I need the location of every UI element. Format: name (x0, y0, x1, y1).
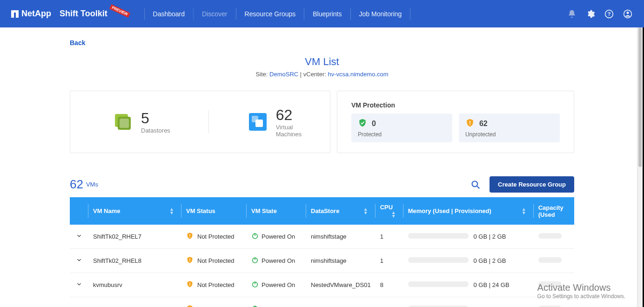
scrollbar-track[interactable] (637, 27, 643, 307)
svg-point-15 (472, 181, 478, 187)
expand-row-chevron-icon[interactable] (70, 273, 88, 297)
power-icon (251, 232, 259, 241)
protection-card: VM Protection 0 Protected (337, 91, 574, 153)
datastores-stat: 5 Datastores (103, 110, 180, 134)
power-icon (251, 305, 259, 307)
cell-vm-state: Powered On (247, 249, 306, 273)
vm-table: VM Name▲▼ VM Status VM State DataStore▲▼… (70, 197, 574, 307)
page-body: Back VM List Site: DemoSRC | vCenter: hv… (0, 27, 644, 307)
cell-datastore: NestedVMware_DS01 (306, 297, 376, 307)
svg-rect-18 (189, 237, 190, 238)
svg-rect-2 (11, 10, 19, 13)
bell-icon[interactable] (567, 9, 577, 19)
cell-datastore: nimshiftstage (306, 249, 376, 273)
cell-vm-state: Powered On (247, 273, 306, 297)
memory-bar (408, 257, 469, 263)
table-row: ConvTest_U18kvm Not Protected Powered On… (70, 297, 574, 307)
create-resource-group-button[interactable]: Create Resource Group (490, 176, 574, 193)
nav-item-discover[interactable]: Discover (193, 8, 235, 20)
sort-icon[interactable]: ▲▼ (169, 207, 174, 215)
summary-cards: 5 Datastores 62 Virtual Machines VM Prot… (70, 91, 574, 153)
app-name-label: Shift Toolkit (60, 9, 107, 19)
cell-vm-status: Not Protected (181, 297, 247, 307)
back-link[interactable]: Back (70, 39, 85, 47)
cell-memory: 0 GB | 24 GB (403, 273, 534, 297)
col-vm-state[interactable]: VM State (251, 207, 277, 214)
cell-capacity (534, 249, 574, 273)
shield-check-icon (358, 118, 367, 129)
cell-vm-name: ShiftTk02_RHEL7 (88, 225, 181, 249)
vms-label: Virtual Machines (276, 124, 307, 138)
table-row: kvmubusrv Not Protected Powered On Neste… (70, 273, 574, 297)
gear-icon[interactable] (585, 9, 596, 19)
sort-icon[interactable]: ▲▼ (391, 211, 396, 218)
protection-title: VM Protection (351, 101, 560, 109)
cell-datastore: nimshiftstage (306, 225, 376, 249)
protected-count: 0 (372, 120, 376, 128)
svg-line-16 (477, 186, 479, 188)
svg-rect-14 (470, 124, 470, 125)
vms-count: 62 (276, 107, 307, 124)
col-cpu[interactable]: CPU (380, 204, 393, 211)
power-icon (251, 256, 259, 265)
cell-vm-state: Powered On (247, 297, 306, 307)
nav-right: ? (567, 9, 633, 19)
scrollbar-thumb[interactable] (638, 27, 642, 167)
cell-capacity (534, 225, 574, 249)
svg-point-6 (627, 12, 629, 14)
memory-bar (408, 281, 469, 287)
subtitle: Site: DemoSRC | vCenter: hv-vcsa.nimdemo… (70, 71, 574, 78)
search-icon[interactable] (470, 179, 481, 190)
help-icon[interactable]: ? (604, 9, 614, 19)
shield-warn-icon (186, 305, 194, 307)
capacity-bar (538, 233, 562, 239)
protected-label: Protected (358, 131, 446, 138)
page-title: VM List (70, 56, 574, 68)
protected-box: 0 Protected (351, 113, 452, 142)
cell-cpu: 1 (376, 225, 403, 249)
cell-capacity (534, 273, 574, 297)
power-icon (251, 280, 259, 289)
col-capacity[interactable]: Capacity (Used (538, 204, 564, 218)
app-name: Shift Toolkit PREVIEW (60, 9, 130, 19)
cell-cpu: 1 (376, 249, 403, 273)
vms-stat: 62 Virtual Machines (238, 107, 316, 138)
svg-rect-21 (189, 259, 190, 261)
sort-icon[interactable]: ▲▼ (522, 207, 526, 215)
datastores-label: Datastores (141, 127, 170, 134)
cell-vm-status: Not Protected (181, 273, 247, 297)
svg-rect-9 (120, 119, 129, 128)
vm-total-label: VMs (86, 181, 98, 188)
user-icon[interactable] (623, 9, 633, 19)
nav-item-dashboard[interactable]: Dashboard (144, 8, 194, 20)
vcenter-link[interactable]: hv-vcsa.nimdemo.com (328, 71, 389, 78)
nav-item-blueprints[interactable]: Blueprints (304, 8, 350, 20)
table-row: ShiftTk02_RHEL7 Not Protected Powered On… (70, 225, 574, 249)
stat-divider (208, 111, 209, 133)
col-memory[interactable]: Memory (Used | Provisioned) (408, 207, 491, 214)
expand-row-chevron-icon[interactable] (70, 225, 88, 249)
datastore-icon (112, 111, 134, 133)
vcenter-label: | vCenter: (298, 71, 328, 78)
cell-vm-state: Powered On (247, 225, 306, 249)
nav-item-resource-groups[interactable]: Resource Groups (236, 8, 304, 20)
cell-vm-name: ConvTest_U18kvm (88, 297, 181, 307)
svg-rect-26 (189, 286, 190, 286)
expand-row-chevron-icon[interactable] (70, 249, 88, 273)
cell-memory: 0 GB | 2 GB (403, 225, 534, 249)
shield-warn-icon (186, 256, 194, 265)
expand-row-chevron-icon[interactable] (70, 297, 88, 307)
site-link[interactable]: DemoSRC (269, 71, 298, 78)
col-datastore[interactable]: DataStore (311, 207, 339, 214)
col-vm-name[interactable]: VM Name (93, 207, 121, 214)
stats-card: 5 Datastores 62 Virtual Machines (70, 91, 330, 153)
col-vm-status[interactable]: VM Status (186, 207, 215, 214)
sort-icon[interactable]: ▲▼ (363, 207, 368, 215)
cell-capacity (534, 297, 574, 307)
svg-rect-12 (255, 120, 263, 127)
svg-rect-25 (189, 283, 190, 285)
cell-memory: 0 GB | 2 GB (403, 249, 534, 273)
brand-label: NetApp (21, 9, 51, 19)
table-header-row: VM Name▲▼ VM Status VM State DataStore▲▼… (70, 197, 574, 225)
nav-item-job-monitoring[interactable]: Job Monitoring (350, 8, 410, 20)
